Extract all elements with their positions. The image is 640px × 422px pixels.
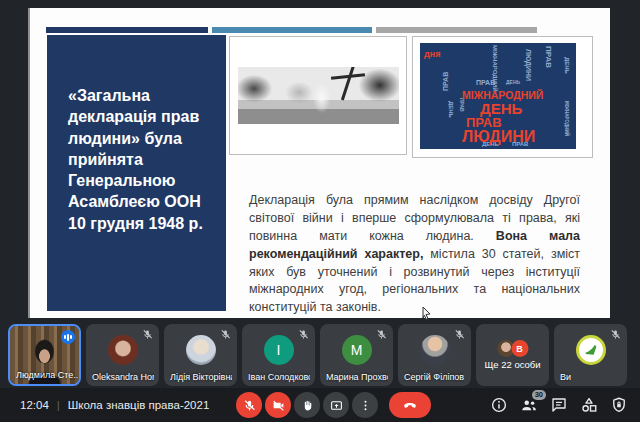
end-call-icon — [402, 397, 418, 413]
shared-slide: «Загальна декларація прав людини» була п… — [28, 8, 610, 318]
slide-paragraph: Декларація була прямим наслідком досвіду… — [249, 192, 580, 317]
end-call-button[interactable] — [389, 392, 431, 418]
participant-name: Сергій Філіпов — [404, 372, 464, 382]
avatar: М — [342, 335, 372, 365]
mic-muted-icon — [220, 329, 231, 340]
more-options-button[interactable] — [352, 392, 378, 418]
wordcloud-word: ДЕНЬ — [506, 80, 520, 85]
more-options-icon — [359, 399, 372, 412]
avatar — [576, 335, 606, 365]
activities-icon — [580, 396, 598, 414]
wordcloud-main-word: ДЕНЬ — [480, 101, 522, 116]
overflow-avatars: В — [497, 340, 528, 357]
participant-tile-ivan[interactable]: І Іван Солодковс... — [242, 324, 315, 386]
wordcloud-main-word: МІЖНАРОДНИЙ — [462, 90, 543, 101]
slide-photo-frame — [229, 36, 407, 155]
divider: | — [57, 399, 60, 411]
mic-muted-icon — [454, 329, 465, 340]
avatar: І — [264, 335, 294, 365]
shield-lock-icon — [610, 396, 628, 414]
speaking-indicator-icon — [61, 330, 75, 344]
host-controls-button[interactable] — [610, 396, 628, 414]
presentation-stage: «Загальна декларація прав людини» була п… — [0, 0, 640, 322]
present-button[interactable] — [323, 392, 349, 418]
overflow-count-label: Ще 22 особи — [476, 359, 549, 370]
participants-button[interactable]: 30 — [520, 396, 538, 414]
participant-name: Іван Солодковс... — [248, 372, 310, 382]
avatar — [108, 335, 138, 365]
info-icon — [490, 396, 508, 414]
mouse-cursor — [422, 306, 432, 320]
wordcloud-word: ПРАВ — [442, 72, 449, 91]
right-icons: 30 — [490, 396, 628, 414]
wordcloud-word: ДЕНЬ — [448, 101, 454, 118]
avatar: В — [511, 340, 528, 357]
meeting-details-button[interactable] — [490, 396, 508, 414]
avatar — [186, 335, 216, 365]
activities-button[interactable] — [580, 396, 598, 414]
chat-button[interactable] — [550, 396, 568, 414]
participant-name: Лідія Вікторівна... — [170, 372, 232, 382]
camera-off-button[interactable] — [265, 392, 291, 418]
present-icon — [330, 399, 343, 412]
wordcloud-word: ПРАВ — [544, 46, 552, 68]
meet-bottom-bar: 12:04 | Школа знавців права-2021 — [0, 388, 640, 422]
slide-accent-bar-navy — [46, 27, 208, 33]
raise-hand-button[interactable] — [294, 392, 320, 418]
camera-off-icon — [272, 399, 285, 412]
participant-count-badge: 30 — [532, 390, 546, 400]
call-controls — [236, 392, 431, 418]
participant-tile-maryna[interactable]: М Марина Прохво... — [320, 324, 393, 386]
mic-muted-icon — [376, 329, 387, 340]
slide-accent-bar-gray — [376, 27, 537, 33]
slide-title-panel: «Загальна декларація прав людини» була п… — [47, 35, 226, 311]
chat-icon — [550, 396, 568, 414]
logo-arrow-icon — [583, 342, 599, 358]
wordcloud-main-word: ЛЮДИНИ — [462, 129, 535, 145]
clock-time: 12:04 — [20, 399, 49, 411]
participant-tile-overflow[interactable]: В Ще 22 особи — [476, 324, 549, 386]
wordcloud-image: дня МІЖНАРОДНИЙ ЛЮДИНИ ПРАВ ДЕНЬ ПРАВ ДЕ… — [420, 43, 576, 149]
participant-name: Людмила Сте... — [16, 370, 78, 380]
participant-tile-you[interactable]: Ви — [554, 324, 627, 386]
avatar — [420, 335, 450, 365]
demonstration-photo — [238, 67, 399, 124]
mic-off-button[interactable] — [236, 392, 262, 418]
wordcloud-word: ЛЮДИНИ — [525, 49, 532, 81]
raise-hand-icon — [301, 399, 314, 412]
mic-off-icon — [243, 399, 256, 412]
participant-name: Oleksandra Hor... — [92, 372, 154, 382]
participant-tile-liudmyla[interactable]: Людмила Сте... — [8, 324, 81, 386]
participant-name: Ви — [560, 372, 571, 382]
slide-accent-bar-blue — [212, 27, 372, 33]
wordcloud-word: ПРАВ — [476, 79, 495, 86]
slide-title: «Загальна декларація прав людини» була п… — [47, 35, 226, 234]
mic-muted-icon — [298, 329, 309, 340]
wordcloud-word: МІЖНАРОДНИЙ — [564, 101, 569, 136]
participant-tile-oleksandra[interactable]: Oleksandra Hor... — [86, 324, 159, 386]
meeting-info: 12:04 | Школа знавців права-2021 — [20, 388, 209, 422]
participant-tile-serhii[interactable]: Сергій Філіпов — [398, 324, 471, 386]
mic-muted-icon — [142, 329, 153, 340]
mic-muted-icon — [610, 329, 621, 340]
slide-wordcloud-frame: дня МІЖНАРОДНИЙ ЛЮДИНИ ПРАВ ДЕНЬ ПРАВ ДЕ… — [412, 36, 593, 158]
participant-name: Марина Прохво... — [326, 372, 388, 382]
wordcloud-corner-word: дня — [424, 50, 440, 59]
meeting-name: Школа знавців права-2021 — [68, 399, 210, 411]
participant-tile-lidiia[interactable]: Лідія Вікторівна... — [164, 324, 237, 386]
wordcloud-word: ДЕНЬ — [564, 57, 570, 74]
participant-strip: Людмила Сте... Oleksandra Hor... Лідія В… — [8, 324, 627, 386]
